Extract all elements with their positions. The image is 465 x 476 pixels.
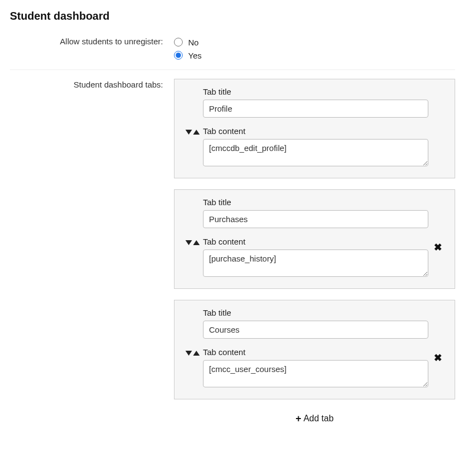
tab-title-label: Tab title bbox=[203, 87, 428, 96]
remove-tab-button[interactable]: ✖ bbox=[432, 240, 444, 254]
plus-icon: + bbox=[295, 414, 301, 423]
remove-tab-button[interactable]: ✖ bbox=[432, 351, 444, 365]
unregister-radio-no[interactable]: No bbox=[174, 36, 455, 49]
tab-content-textarea[interactable] bbox=[203, 360, 428, 387]
section-title: Student dashboard bbox=[10, 10, 455, 22]
tab-card: Tab titleTab content✖ bbox=[174, 300, 455, 399]
tab-content-label: Tab content bbox=[203, 126, 428, 136]
reorder-handle-icon[interactable] bbox=[185, 351, 200, 356]
reorder-handle-icon[interactable] bbox=[185, 240, 200, 245]
tab-content-label: Tab content bbox=[203, 237, 428, 246]
tab-content-label: Tab content bbox=[203, 347, 428, 357]
close-icon: ✖ bbox=[434, 242, 442, 253]
unregister-radio-no-label: No bbox=[188, 38, 199, 47]
add-tab-label: Add tab bbox=[304, 414, 334, 423]
tab-content-textarea[interactable] bbox=[203, 249, 428, 277]
tab-title-input[interactable] bbox=[203, 100, 428, 118]
tab-card: Tab titleTab content✖ bbox=[174, 189, 455, 289]
unregister-radio-yes[interactable]: Yes bbox=[174, 49, 455, 62]
triangle-down-icon bbox=[185, 240, 192, 245]
reorder-handle-icon[interactable] bbox=[185, 130, 200, 135]
tab-title-input[interactable] bbox=[203, 321, 428, 339]
triangle-down-icon bbox=[185, 351, 192, 356]
add-tab-button[interactable]: + Add tab bbox=[290, 410, 339, 427]
triangle-up-icon bbox=[193, 240, 200, 245]
close-icon: ✖ bbox=[434, 352, 442, 363]
triangle-down-icon bbox=[185, 130, 192, 135]
tabs-row-label: Student dashboard tabs: bbox=[10, 79, 174, 89]
unregister-label: Allow students to unregister: bbox=[10, 36, 174, 46]
unregister-radio-yes-label: Yes bbox=[188, 51, 201, 60]
tab-content-textarea[interactable] bbox=[203, 139, 428, 166]
unregister-radio-yes-input[interactable] bbox=[174, 51, 183, 60]
unregister-radio-no-input[interactable] bbox=[174, 38, 183, 47]
triangle-up-icon bbox=[193, 351, 200, 356]
tab-title-label: Tab title bbox=[203, 198, 428, 207]
tab-title-input[interactable] bbox=[203, 210, 428, 228]
tab-title-label: Tab title bbox=[203, 308, 428, 317]
triangle-up-icon bbox=[193, 130, 200, 135]
tab-card: Tab titleTab content bbox=[174, 79, 455, 178]
